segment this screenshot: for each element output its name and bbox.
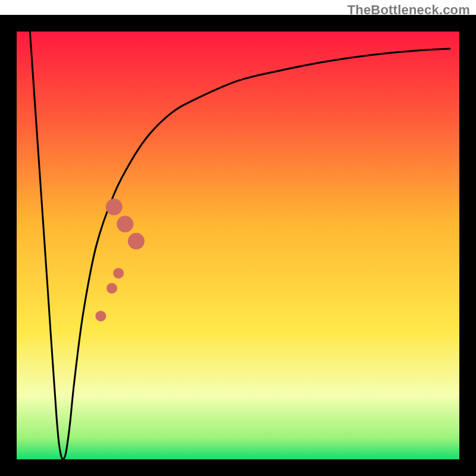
chart-container: TheBottleneck.com <box>0 0 476 476</box>
plot-area <box>17 32 459 459</box>
marker-dot <box>106 199 123 215</box>
chart-svg <box>0 0 476 476</box>
watermark-label: TheBottleneck.com <box>347 2 470 18</box>
marker-dot <box>117 216 133 233</box>
marker-dot <box>107 283 117 293</box>
marker-dot <box>128 233 145 249</box>
marker-dot <box>95 311 106 321</box>
marker-dot <box>113 268 124 278</box>
